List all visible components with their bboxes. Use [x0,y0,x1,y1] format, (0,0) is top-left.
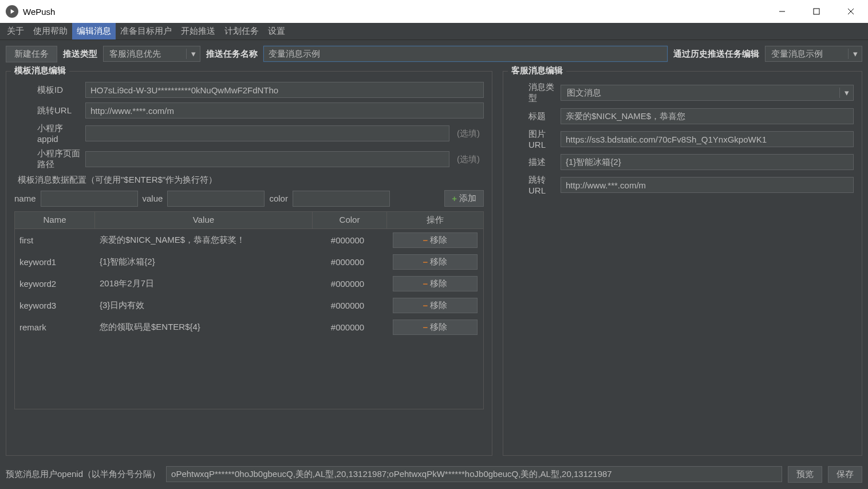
history-value: 变量消息示例 [766,49,848,60]
minus-icon: − [423,257,428,267]
template-id-label: 模板ID [14,85,82,96]
window-titlebar: WePush [0,0,868,23]
remove-button[interactable]: −移除 [393,232,478,248]
template-data-table: Name Value Color 操作 first亲爱的$NICK_NAME$，… [14,211,484,409]
remove-button[interactable]: −移除 [393,254,478,270]
cell-value: 2018年2月7日 [95,278,313,289]
template-message-panel: 模板消息编辑 模板ID 跳转URL 小程序appid (选填) 小程序页面路径 … [6,71,492,456]
mini-appid-label: 小程序appid [14,123,82,144]
title-input[interactable] [561,108,854,124]
redirect-url-input[interactable] [85,102,484,119]
template-id-input[interactable] [85,82,484,98]
menu-start-push[interactable]: 开始推送 [176,23,220,40]
remove-button[interactable]: −移除 [393,276,478,291]
window-close-button[interactable] [834,0,868,23]
mini-path-hint: (选填) [453,154,484,165]
add-button[interactable]: + 添加 [444,190,484,207]
menu-about[interactable]: 关于 [2,23,29,40]
remove-button[interactable]: −移除 [393,298,478,313]
cell-color: #000000 [313,322,387,332]
remove-button-label: 移除 [430,235,447,246]
add-button-label: 添加 [459,193,476,204]
template-panel-title: 模板消息编辑 [11,65,69,76]
table-row: remark您的领取码是$ENTER${4}#000000−移除 [15,316,483,338]
menu-edit-message[interactable]: 编辑消息 [72,23,116,40]
table-row: first亲爱的$NICK_NAME$，恭喜您获奖！#000000−移除 [15,229,483,251]
minus-icon: − [423,322,428,332]
th-name: Name [15,212,95,228]
minus-icon: − [423,235,428,245]
chevron-down-icon: ▾ [839,88,853,98]
bottom-bar: 预览消息用户openid（以半角分号分隔） 预览 保存 [0,459,868,489]
minus-icon: − [423,279,428,289]
history-label: 通过历史推送任务编辑 [673,49,759,60]
config-name-label: name [14,194,36,203]
cell-name: keyword1 [15,257,95,267]
config-value-label: value [143,194,163,203]
msg-type-value: 图文消息 [561,88,839,98]
menu-prepare-users[interactable]: 准备目标用户 [116,23,176,40]
config-color-label: color [269,194,288,203]
menubar: 关于 使用帮助 编辑消息 准备目标用户 开始推送 计划任务 设置 [0,23,868,40]
remove-button-label: 移除 [430,278,447,289]
cell-color: #000000 [313,257,387,267]
menu-schedule[interactable]: 计划任务 [220,23,263,40]
menu-help[interactable]: 使用帮助 [29,23,72,40]
desc-input[interactable] [561,154,854,170]
push-type-label: 推送类型 [63,49,97,60]
cell-name: keyword3 [15,301,95,310]
pic-url-input[interactable] [561,131,854,147]
msg-type-select[interactable]: 图文消息 ▾ [561,85,854,101]
service-message-panel: 客服消息编辑 消息类型 图文消息 ▾ 标题 图片URL 描述 跳转URL [503,71,862,456]
save-button[interactable]: 保存 [828,466,862,483]
window-maximize-button[interactable] [799,0,834,23]
cell-name: keyword2 [15,279,95,289]
service-panel-title: 客服消息编辑 [508,65,566,76]
cell-color: #000000 [313,301,387,310]
th-op: 操作 [387,212,483,228]
chevron-down-icon: ▾ [186,49,200,59]
remove-button[interactable]: −移除 [393,320,478,335]
cell-color: #000000 [313,235,387,245]
th-color: Color [313,212,387,228]
history-select[interactable]: 变量消息示例 ▾ [765,46,862,62]
cell-color: #000000 [313,279,387,289]
redirect-url-label: 跳转URL [14,105,82,116]
openid-input[interactable] [166,466,782,482]
minus-icon: − [423,301,428,310]
config-color-input[interactable] [293,191,390,207]
svc-redirect-url-input[interactable] [561,177,854,193]
pic-url-label: 图片URL [511,129,557,149]
mini-path-input[interactable] [85,151,449,167]
config-title: 模板消息数据配置（可使用"$ENTER$"作为换行符） [18,175,484,186]
config-value-input[interactable] [167,191,265,207]
config-name-input[interactable] [41,191,138,207]
task-name-label: 推送任务名称 [206,49,258,60]
table-row: keyword22018年2月7日#000000−移除 [15,273,483,294]
cell-value: 亲爱的$NICK_NAME$，恭喜您获奖！ [95,235,313,246]
remove-button-label: 移除 [430,257,447,267]
toolbar: 新建任务 推送类型 客服消息优先 ▾ 推送任务名称 通过历史推送任务编辑 变量消… [0,40,868,68]
cell-value: 您的领取码是$ENTER${4} [95,322,313,333]
plus-icon: + [452,194,457,203]
menu-settings[interactable]: 设置 [263,23,290,40]
push-type-select[interactable]: 客服消息优先 ▾ [103,46,200,62]
table-row: keyword1{1}智能冰箱{2}#000000−移除 [15,251,483,273]
task-name-input[interactable] [263,46,668,62]
cell-name: first [15,235,95,245]
cell-value: {3}日内有效 [95,300,313,311]
chevron-down-icon: ▾ [848,49,862,59]
window-title: WePush [23,7,55,17]
remove-button-label: 移除 [430,322,447,333]
mini-appid-input[interactable] [85,125,449,141]
cell-value: {1}智能冰箱{2} [95,257,313,267]
mini-appid-hint: (选填) [453,128,484,139]
table-row: keyword3{3}日内有效#000000−移除 [15,294,483,316]
mini-path-label: 小程序页面路径 [14,148,82,170]
cell-name: remark [15,322,95,332]
window-minimize-button[interactable] [765,0,799,23]
preview-button[interactable]: 预览 [788,466,822,483]
new-task-button[interactable]: 新建任务 [6,46,57,62]
msg-type-label: 消息类型 [511,82,557,104]
svg-rect-1 [814,9,819,14]
